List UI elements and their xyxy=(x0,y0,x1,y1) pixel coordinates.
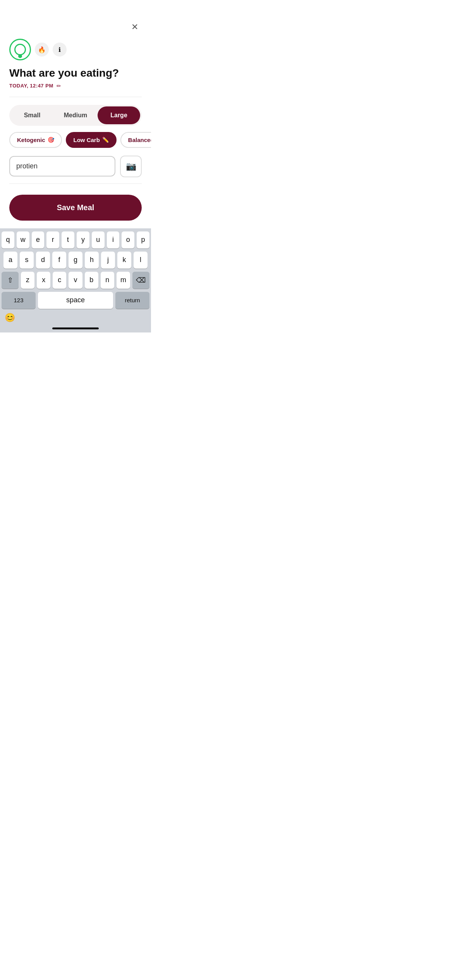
key-d[interactable]: d xyxy=(36,252,50,269)
key-n[interactable]: n xyxy=(101,272,114,289)
balanced-label: Balanced xyxy=(128,137,151,143)
search-input-wrap[interactable] xyxy=(9,156,115,176)
key-space[interactable]: space xyxy=(38,292,113,309)
diet-balanced-button[interactable]: Balanced 🎯 xyxy=(120,132,151,148)
key-r[interactable]: r xyxy=(46,231,59,248)
diet-selector: Ketogenic 🎯 Low Carb ✏️ Balanced 🎯 xyxy=(0,132,151,156)
search-input[interactable] xyxy=(16,162,108,170)
lowcarb-label: Low Carb xyxy=(74,137,100,143)
size-selector: Small Medium Large xyxy=(9,105,142,126)
avatar-inner xyxy=(14,44,26,55)
save-meal-button[interactable]: Save Meal xyxy=(9,195,142,221)
date-label: TODAY, 12:47 PM xyxy=(9,83,53,89)
header-area: ✕ xyxy=(0,0,151,39)
key-e[interactable]: e xyxy=(32,231,45,248)
key-h[interactable]: h xyxy=(85,252,99,269)
page-container: ✕ 🔥 ℹ What are you eating? TODAY, 12:47 … xyxy=(0,0,151,332)
key-return[interactable]: return xyxy=(115,292,149,309)
key-q[interactable]: q xyxy=(2,231,14,248)
key-numbers[interactable]: 123 xyxy=(2,292,36,309)
keyboard-row-3: ⇧ z x c v b n m ⌫ xyxy=(2,272,149,289)
key-x[interactable]: x xyxy=(37,272,50,289)
fire-badge[interactable]: 🔥 xyxy=(35,43,49,57)
key-i[interactable]: i xyxy=(107,231,120,248)
key-z[interactable]: z xyxy=(21,272,34,289)
avatar[interactable] xyxy=(9,39,31,60)
lowcarb-icon: ✏️ xyxy=(102,137,109,143)
key-g[interactable]: g xyxy=(69,252,82,269)
key-k[interactable]: k xyxy=(117,252,131,269)
profile-row: 🔥 ℹ xyxy=(0,39,151,67)
info-icon: ℹ xyxy=(58,46,61,53)
diet-ketogenic-button[interactable]: Ketogenic 🎯 xyxy=(9,132,62,148)
close-button[interactable]: ✕ xyxy=(128,20,142,34)
emoji-row: 😊 xyxy=(2,310,149,324)
ketogenic-icon: 🎯 xyxy=(48,137,54,143)
info-badge[interactable]: ℹ xyxy=(53,43,67,57)
edit-icon[interactable]: ✏ xyxy=(57,83,61,89)
top-divider xyxy=(9,97,142,97)
diet-lowcarb-button[interactable]: Low Carb ✏️ xyxy=(66,132,117,148)
key-b[interactable]: b xyxy=(85,272,98,289)
key-u[interactable]: u xyxy=(92,231,105,248)
avatar-dot xyxy=(18,54,22,58)
key-v[interactable]: v xyxy=(69,272,82,289)
key-c[interactable]: c xyxy=(53,272,66,289)
keyboard-row-2: a s d f g h j k l xyxy=(2,252,149,269)
key-a[interactable]: a xyxy=(3,252,17,269)
bottom-divider xyxy=(9,183,142,184)
key-f[interactable]: f xyxy=(52,252,66,269)
emoji-button[interactable]: 😊 xyxy=(5,313,15,323)
key-j[interactable]: j xyxy=(101,252,115,269)
keyboard-row-bottom: 123 space return xyxy=(2,292,149,309)
key-t[interactable]: t xyxy=(62,231,74,248)
key-w[interactable]: w xyxy=(17,231,29,248)
key-o[interactable]: o xyxy=(122,231,134,248)
keyboard-row-1: q w e r t y u i o p xyxy=(2,231,149,248)
size-large-button[interactable]: Large xyxy=(98,106,140,124)
home-indicator xyxy=(52,327,99,329)
key-m[interactable]: m xyxy=(117,272,130,289)
camera-button[interactable]: 📷 xyxy=(120,156,142,177)
key-s[interactable]: s xyxy=(20,252,34,269)
ketogenic-label: Ketogenic xyxy=(17,137,45,143)
subtitle-row: TODAY, 12:47 PM ✏ xyxy=(0,83,151,97)
keyboard: q w e r t y u i o p a s d f g h j k l ⇧ … xyxy=(0,228,151,332)
search-row: 📷 xyxy=(0,156,151,183)
key-y[interactable]: y xyxy=(77,231,89,248)
fire-icon: 🔥 xyxy=(38,46,46,53)
key-shift[interactable]: ⇧ xyxy=(2,272,19,289)
size-small-button[interactable]: Small xyxy=(11,106,53,124)
page-title: What are you eating? xyxy=(0,67,151,83)
key-l[interactable]: l xyxy=(134,252,148,269)
key-delete[interactable]: ⌫ xyxy=(132,272,149,289)
key-p[interactable]: p xyxy=(137,231,149,248)
camera-icon: 📷 xyxy=(126,161,136,171)
size-medium-button[interactable]: Medium xyxy=(54,106,97,124)
